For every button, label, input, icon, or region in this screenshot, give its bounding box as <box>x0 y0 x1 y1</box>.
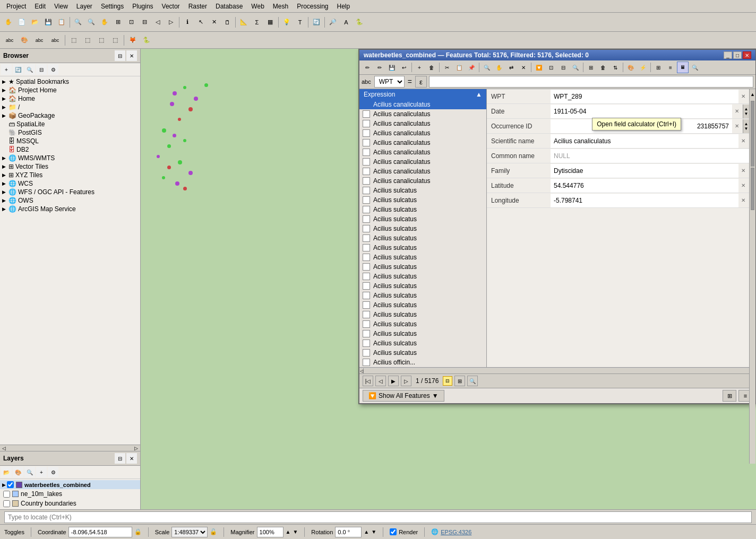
expr-item-26[interactable]: Acilius sulcatus <box>359 348 486 358</box>
tips-btn[interactable]: 💡 <box>280 16 293 29</box>
pan-btn[interactable]: ✋ <box>2 16 15 29</box>
save-project-btn[interactable]: 💾 <box>42 16 55 29</box>
rollback-btn[interactable]: ↩ <box>398 62 410 73</box>
expr-item-6[interactable]: Acilius canaliculatus <box>359 157 486 167</box>
actions-btn[interactable]: ⚡ <box>637 62 649 73</box>
sciname-input[interactable] <box>551 134 738 148</box>
expr-item-5[interactable]: Acilius canaliculatus <box>359 147 486 157</box>
invert-selection-btn[interactable]: ⇄ <box>505 62 517 73</box>
browser-item-xyz-tiles[interactable]: ▶ ⊞ XYZ Tiles <box>0 171 140 179</box>
expr-item-23[interactable]: Acilius sulcatus <box>359 319 486 329</box>
dialog-minimize-btn[interactable]: _ <box>724 51 732 59</box>
browser-item-ows[interactable]: ▶ 🌐 OWS <box>0 196 140 205</box>
browser-item-wcs[interactable]: ▶ 🌐 WCS <box>0 179 140 188</box>
layers-collapse-btn[interactable]: ⊟ <box>115 453 125 464</box>
layers-open-btn[interactable]: 📂 <box>1 467 12 477</box>
browser-refresh-btn[interactable]: 🔄 <box>13 64 23 75</box>
expr-checkbox-7[interactable] <box>363 168 370 175</box>
menu-help[interactable]: Help <box>333 2 355 11</box>
zoom-in-btn[interactable]: 🔍 <box>72 16 84 29</box>
browser-hscroll[interactable]: ◁▷ <box>0 445 140 451</box>
identify-btn[interactable]: ℹ <box>181 16 194 29</box>
expr-checkbox-8[interactable] <box>363 177 370 185</box>
wpt-input[interactable] <box>551 90 738 103</box>
zoom-last-btn[interactable]: ◁ <box>151 16 164 29</box>
expr-item-7[interactable]: Acilius canaliculatus <box>359 167 486 176</box>
open-table-btn[interactable]: 🗒 <box>221 16 234 29</box>
filter3-btn[interactable]: ⊟ <box>557 62 569 73</box>
menu-processing[interactable]: Processing <box>293 2 332 11</box>
new-project-btn[interactable]: 📄 <box>15 16 28 29</box>
color-btn[interactable]: 🎨 <box>18 34 31 47</box>
digitize4-btn[interactable]: ⬚ <box>109 34 122 47</box>
expr-checkbox-14[interactable] <box>363 234 370 242</box>
expr-checkbox-11[interactable] <box>363 206 370 213</box>
new-field-btn[interactable]: ⊞ <box>585 62 597 73</box>
expr-item-12[interactable]: Acilius sulcatus <box>359 214 486 224</box>
select-btn[interactable]: ↖ <box>194 16 207 29</box>
expr-item-13[interactable]: Acilius sulcatus <box>359 224 486 233</box>
expr-checkbox-10[interactable] <box>363 196 370 204</box>
delete-feature-btn[interactable]: 🗑 <box>426 62 437 73</box>
layers-filter-btn[interactable]: 🔍 <box>24 467 35 477</box>
browser-item-postgis[interactable]: 🐘 PostGIS <box>0 128 140 137</box>
expr-checkbox-9[interactable] <box>363 187 370 194</box>
layer-lakes[interactable]: ne_10m_lakes <box>0 489 140 499</box>
scroll-up-btn[interactable]: ▲ <box>750 89 755 100</box>
field-search-input[interactable] <box>429 76 753 88</box>
reorganize-btn[interactable]: ⇅ <box>609 62 621 73</box>
browser-item-db2[interactable]: 🗄 DB2 <box>0 145 140 154</box>
dialog-close-btn[interactable]: ✕ <box>743 51 751 59</box>
expr-item-4[interactable]: Acilius canaliculatus <box>359 138 486 147</box>
nav-prev-btn[interactable]: ◁ <box>375 376 386 386</box>
formula-btn[interactable]: ε <box>415 76 427 88</box>
epsg-value[interactable]: EPSG:4326 <box>441 529 471 535</box>
nav-first-btn[interactable]: |◁ <box>363 376 373 386</box>
table-view-btn[interactable]: ⊞ <box>723 390 736 402</box>
expr-item-16[interactable]: Acilius sulcatus <box>359 253 486 262</box>
abc2-btn[interactable]: abc <box>32 34 47 47</box>
histogram-btn[interactable]: ▦ <box>264 16 277 29</box>
expr-item-21[interactable]: Acilius sulcatus <box>359 300 486 310</box>
rotation-input[interactable] <box>335 527 362 537</box>
expr-checkbox-16[interactable] <box>363 254 370 261</box>
expr-checkbox-5[interactable] <box>363 149 370 156</box>
zoom-lupe-btn[interactable]: 🔎 <box>327 16 339 29</box>
expr-item-14[interactable]: Acilius sulcatus <box>359 233 486 243</box>
menu-vector[interactable]: Vector <box>158 2 184 11</box>
expr-item-10[interactable]: Acilius sulcatus <box>359 195 486 205</box>
nav-search-btn[interactable]: 🔍 <box>467 376 478 386</box>
expr-checkbox-2[interactable] <box>363 120 370 127</box>
delete-field-btn[interactable]: 🗑 <box>597 62 609 73</box>
label-btn[interactable]: A <box>340 16 353 29</box>
menu-raster[interactable]: Raster <box>184 2 211 11</box>
digitize3-btn[interactable]: ⬚ <box>95 34 108 47</box>
conditional-format-btn[interactable]: 🎨 <box>625 62 637 73</box>
map-canvas[interactable]: waterbeetles_combined — Features Total: … <box>141 49 756 509</box>
deselect-btn[interactable]: ✕ <box>208 16 220 29</box>
nav-play-btn[interactable]: ▶ <box>388 376 399 386</box>
pan-map-btn[interactable]: ✋ <box>493 62 505 73</box>
abc1-btn[interactable]: abc <box>2 34 17 47</box>
expr-checkbox-15[interactable] <box>363 244 370 251</box>
expr-item-22[interactable]: Acilius sulcatus <box>359 310 486 319</box>
nav-coords-btn[interactable]: ⊞ <box>454 376 465 386</box>
layers-close-btn[interactable]: ✕ <box>126 453 137 464</box>
expr-checkbox-12[interactable] <box>363 215 370 223</box>
expr-item-3[interactable]: Acilius canaliculatus <box>359 128 486 138</box>
copy-btn[interactable]: 📋 <box>453 62 465 73</box>
filter2-btn[interactable]: ⊡ <box>545 62 557 73</box>
expr-checkbox-23[interactable] <box>363 320 370 328</box>
scale-select[interactable]: 1:489337 <box>171 527 208 537</box>
magnifier-up-btn[interactable]: ▲ <box>286 529 291 535</box>
layer-countries[interactable]: Country boundaries <box>0 499 140 508</box>
expr-checkbox-6[interactable] <box>363 158 370 166</box>
expr-item-11[interactable]: Acilius sulcatus <box>359 205 486 214</box>
expr-checkbox-0[interactable] <box>363 101 370 108</box>
python-btn[interactable]: 🐍 <box>353 16 366 29</box>
dock-btn[interactable]: ⊞ <box>652 62 664 73</box>
menu-edit[interactable]: Edit <box>30 2 50 11</box>
expr-item-15[interactable]: Acilius sulcatus <box>359 243 486 253</box>
expr-item-1[interactable]: Acilius canaliculatus <box>359 109 486 119</box>
expr-checkbox-1[interactable] <box>363 110 370 118</box>
